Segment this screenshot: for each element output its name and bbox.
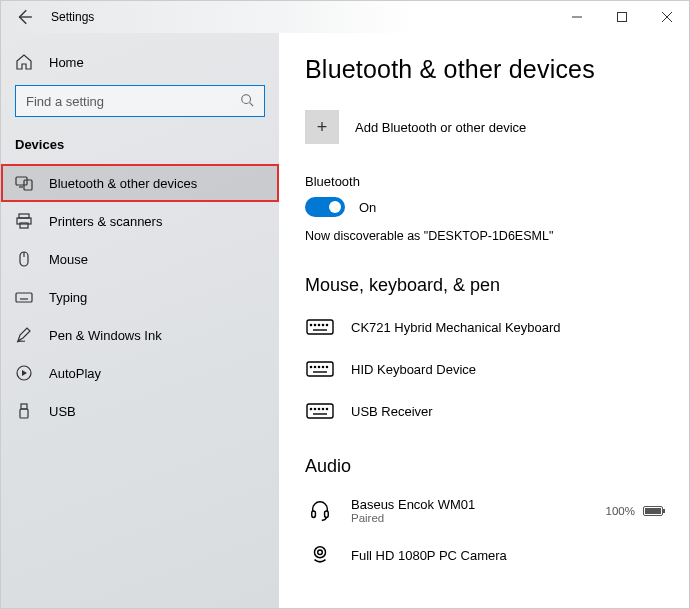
sidebar: Home Find a setting Devices Bluetooth & … [1, 33, 279, 608]
svg-rect-48 [325, 511, 329, 517]
keyboard-icon [15, 288, 33, 306]
svg-rect-23 [20, 409, 28, 418]
camera-icon [305, 544, 335, 566]
window-controls [554, 1, 689, 33]
svg-rect-9 [19, 214, 29, 218]
svg-point-42 [314, 408, 315, 409]
svg-point-36 [318, 366, 319, 367]
svg-point-31 [326, 324, 327, 325]
devices-icon [15, 174, 33, 192]
device-name: HID Keyboard Device [351, 362, 476, 377]
sidebar-section-header: Devices [1, 135, 279, 164]
svg-point-34 [310, 366, 311, 367]
sidebar-item-label: Pen & Windows Ink [49, 328, 162, 343]
device-row[interactable]: Baseus Encok WM01 Paired 100% [305, 487, 663, 534]
svg-point-44 [322, 408, 323, 409]
svg-rect-26 [307, 320, 333, 334]
home-icon [15, 53, 33, 71]
mouse-icon [15, 250, 33, 268]
back-icon[interactable] [15, 8, 33, 26]
section-input-heading: Mouse, keyboard, & pen [305, 275, 663, 296]
svg-rect-1 [617, 13, 626, 22]
svg-point-29 [318, 324, 319, 325]
sidebar-item-pen[interactable]: Pen & Windows Ink [1, 316, 279, 354]
svg-rect-47 [312, 511, 316, 517]
svg-marker-21 [22, 370, 27, 376]
pen-icon [15, 326, 33, 344]
sidebar-item-printers[interactable]: Printers & scanners [1, 202, 279, 240]
device-row[interactable]: HID Keyboard Device [305, 348, 663, 390]
headset-icon [305, 500, 335, 522]
svg-point-50 [318, 550, 323, 555]
svg-rect-40 [307, 404, 333, 418]
maximize-button[interactable] [599, 1, 644, 33]
bluetooth-state: On [359, 200, 376, 215]
search-icon [240, 93, 254, 110]
sidebar-home[interactable]: Home [1, 45, 279, 85]
section-audio-heading: Audio [305, 456, 663, 477]
svg-point-45 [326, 408, 327, 409]
sidebar-item-label: Mouse [49, 252, 88, 267]
content-pane: Bluetooth & other devices + Add Bluetoot… [279, 33, 689, 608]
svg-rect-6 [16, 177, 27, 185]
close-button[interactable] [644, 1, 689, 33]
bluetooth-label: Bluetooth [305, 174, 663, 189]
discoverable-text: Now discoverable as "DESKTOP-1D6ESML" [305, 229, 663, 243]
svg-point-30 [322, 324, 323, 325]
device-name: CK721 Hybrid Mechanical Keyboard [351, 320, 561, 335]
svg-rect-33 [307, 362, 333, 376]
sidebar-item-label: Printers & scanners [49, 214, 162, 229]
svg-point-49 [315, 547, 326, 558]
svg-point-41 [310, 408, 311, 409]
svg-point-43 [318, 408, 319, 409]
device-name: USB Receiver [351, 404, 433, 419]
svg-rect-14 [16, 293, 32, 302]
sidebar-home-label: Home [49, 55, 84, 70]
battery-percent: 100% [606, 505, 635, 517]
battery-icon [643, 506, 663, 516]
battery-indicator: 100% [606, 505, 663, 517]
sidebar-item-label: Typing [49, 290, 87, 305]
search-placeholder: Find a setting [26, 94, 240, 109]
svg-point-28 [314, 324, 315, 325]
sidebar-item-typing[interactable]: Typing [1, 278, 279, 316]
autoplay-icon [15, 364, 33, 382]
svg-point-38 [326, 366, 327, 367]
usb-icon [15, 402, 33, 420]
plus-icon: + [305, 110, 339, 144]
sidebar-item-label: USB [49, 404, 76, 419]
device-status: Paired [351, 512, 475, 524]
svg-rect-22 [21, 404, 27, 409]
search-input[interactable]: Find a setting [15, 85, 265, 117]
bluetooth-toggle[interactable] [305, 197, 345, 217]
sidebar-item-autoplay[interactable]: AutoPlay [1, 354, 279, 392]
printer-icon [15, 212, 33, 230]
settings-window: Settings Home Find a [0, 0, 690, 609]
svg-point-27 [310, 324, 311, 325]
device-name: Full HD 1080P PC Camera [351, 548, 507, 563]
add-device-label: Add Bluetooth or other device [355, 120, 526, 135]
sidebar-item-bluetooth[interactable]: Bluetooth & other devices [1, 164, 279, 202]
svg-point-4 [242, 94, 251, 103]
device-row[interactable]: CK721 Hybrid Mechanical Keyboard [305, 306, 663, 348]
device-name: Baseus Encok WM01 [351, 497, 475, 512]
window-title: Settings [51, 10, 94, 24]
svg-line-5 [250, 102, 254, 106]
sidebar-item-usb[interactable]: USB [1, 392, 279, 430]
device-row[interactable]: Full HD 1080P PC Camera [305, 534, 663, 576]
sidebar-item-label: Bluetooth & other devices [49, 176, 197, 191]
titlebar: Settings [1, 1, 689, 33]
keyboard-icon [305, 400, 335, 422]
sidebar-item-mouse[interactable]: Mouse [1, 240, 279, 278]
svg-point-35 [314, 366, 315, 367]
minimize-button[interactable] [554, 1, 599, 33]
svg-point-37 [322, 366, 323, 367]
add-device-row[interactable]: + Add Bluetooth or other device [305, 110, 663, 144]
keyboard-icon [305, 358, 335, 380]
device-row[interactable]: USB Receiver [305, 390, 663, 432]
sidebar-item-label: AutoPlay [49, 366, 101, 381]
keyboard-icon [305, 316, 335, 338]
page-title: Bluetooth & other devices [305, 55, 663, 84]
